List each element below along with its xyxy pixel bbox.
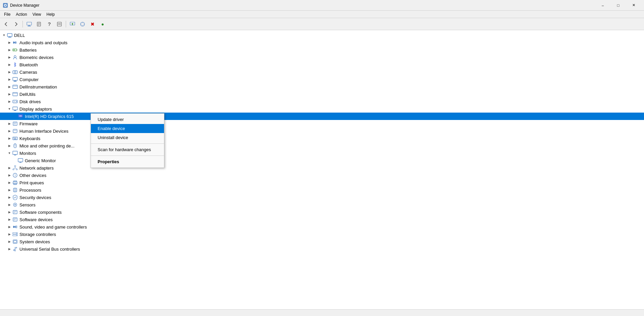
svg-text:HD: HD (19, 115, 22, 117)
svg-rect-78 (13, 210, 17, 214)
expander-network[interactable]: ▶ (7, 165, 12, 171)
expander-sensors[interactable]: ▶ (7, 202, 12, 207)
tree-item-usb[interactable]: ▶ Universal Serial Bus controllers (0, 245, 644, 253)
svg-rect-38 (19, 118, 21, 118)
context-menu-item-updatedriver[interactable]: Update driver (91, 115, 164, 124)
tree-item-processors[interactable]: ▶ Processors (0, 186, 644, 194)
tree-item-printqueues[interactable]: ▶ Print queues (0, 179, 644, 186)
expander-intelgraphics (12, 114, 17, 119)
expander-biometric[interactable]: ▶ (7, 55, 12, 60)
expander-softwaredevices[interactable]: ▶ (7, 217, 12, 222)
menu-help[interactable]: Help (44, 11, 58, 17)
svg-point-33 (16, 101, 17, 102)
expander-cameras[interactable]: ▶ (7, 69, 12, 75)
properties-button[interactable] (55, 19, 64, 29)
show-computer-button[interactable] (24, 19, 34, 29)
help-button[interactable]: ? (45, 19, 54, 29)
tree-item-diskdrives[interactable]: ▶ Disk drives (0, 98, 644, 105)
svg-rect-51 (14, 139, 16, 139)
svg-point-2 (5, 5, 6, 6)
expander-usb[interactable]: ▶ (7, 246, 12, 252)
expander-monitors[interactable]: ▼ (7, 150, 12, 156)
expander-processors[interactable]: ▶ (7, 187, 12, 193)
device-tree[interactable]: ▼ DELL ▶ Audio inputs and outputs ▶ Batt… (0, 30, 644, 309)
tree-item-dellinstrumentation[interactable]: ▶ DellInstrumentation (0, 83, 644, 90)
svg-rect-81 (13, 218, 17, 221)
uninstall-device-button[interactable]: ● (98, 19, 107, 29)
tree-item-softwaredevices[interactable]: ▶ Software devices (0, 216, 644, 223)
icon-biometric (12, 54, 18, 60)
expander-batteries[interactable]: ▶ (7, 47, 12, 53)
maximize-button[interactable]: □ (610, 0, 626, 11)
expander-dell[interactable]: ▼ (1, 33, 7, 38)
menu-action[interactable]: Action (13, 11, 30, 17)
tree-item-sound[interactable]: ▶ Sound, video and game controllers (0, 223, 644, 231)
close-button[interactable]: ✕ (626, 0, 641, 11)
tree-item-storage[interactable]: ▶ Storage controllers (0, 231, 644, 238)
expander-keyboards[interactable]: ▶ (7, 136, 12, 141)
tree-item-biometric[interactable]: ▶ Biometric devices (0, 54, 644, 61)
minimize-button[interactable]: – (595, 0, 610, 11)
context-menu: Update driver Enable device Uninstall de… (91, 113, 164, 168)
update-driver-button[interactable] (68, 19, 77, 29)
show-hidden-button[interactable] (35, 19, 44, 29)
context-menu-item-uninstall[interactable]: Uninstall device (91, 133, 164, 142)
expander-mice[interactable]: ▶ (7, 143, 12, 148)
svg-rect-90 (14, 241, 16, 243)
disable-device-button[interactable]: ✖ (88, 19, 97, 29)
tree-item-bluetooth[interactable]: ▶ ᛒ Bluetooth (0, 61, 644, 68)
forward-button[interactable] (11, 19, 21, 29)
tree-item-security[interactable]: ▶ Security devices (0, 194, 644, 201)
expander-dellutils[interactable]: ▶ (7, 91, 12, 97)
tree-item-sensors[interactable]: ▶ Sensors (0, 201, 644, 208)
expander-sound[interactable]: ▶ (7, 224, 12, 230)
expander-displayadaptors[interactable]: ▼ (7, 106, 12, 112)
tree-item-audio[interactable]: ▶ Audio inputs and outputs (0, 39, 644, 46)
tree-item-softwarecomponents[interactable]: ▶ Software components (0, 208, 644, 216)
expander-otherdevices[interactable]: ▶ (7, 173, 12, 178)
tree-item-systemdevices[interactable]: ▶ System devices (0, 238, 644, 245)
context-menu-item-scan[interactable]: Scan for hardware changes (91, 145, 164, 154)
tree-item-otherdevices[interactable]: ▶ ? Other devices (0, 172, 644, 179)
expander-bluetooth[interactable]: ▶ (7, 62, 12, 67)
expander-systemdevices[interactable]: ▶ (7, 239, 12, 244)
svg-rect-28 (13, 85, 17, 88)
expander-computer[interactable]: ▶ (7, 77, 12, 82)
label-printqueues: Print queues (19, 180, 644, 185)
back-button[interactable] (1, 19, 11, 29)
expander-security[interactable]: ▶ (7, 195, 12, 200)
expander-storage[interactable]: ▶ (7, 232, 12, 237)
expander-hid[interactable]: ▶ (7, 128, 12, 134)
icon-network (12, 165, 18, 171)
context-menu-item-properties[interactable]: Properties (91, 157, 164, 166)
svg-rect-50 (15, 138, 16, 138)
label-dell: DELL (14, 33, 644, 38)
tree-item-batteries[interactable]: ▶ Batteries (0, 46, 644, 54)
icon-monitors (12, 150, 18, 156)
scan-hardware-button[interactable] (78, 19, 87, 29)
svg-point-54 (15, 146, 15, 146)
svg-rect-15 (7, 34, 12, 37)
icon-dellinstrumentation (12, 84, 18, 90)
svg-point-22 (14, 56, 16, 58)
expander-diskdrives[interactable]: ▶ (7, 99, 12, 104)
svg-rect-25 (13, 77, 17, 80)
label-bluetooth: Bluetooth (19, 62, 644, 67)
menu-view[interactable]: View (30, 11, 44, 17)
context-menu-item-enabledevice[interactable]: Enable device (91, 124, 164, 133)
tree-item-displayadaptors[interactable]: ▼ Display adaptors (0, 105, 644, 113)
expander-firmware[interactable]: ▶ (7, 121, 12, 126)
tree-item-cameras[interactable]: ▶ Cameras (0, 68, 644, 76)
app-title: Device Manager (10, 3, 595, 8)
expander-dellinstrumentation[interactable]: ▶ (7, 84, 12, 89)
expander-softwarecomponents[interactable]: ▶ (7, 209, 12, 215)
tree-item-computer[interactable]: ▶ Computer (0, 76, 644, 83)
expander-audio[interactable]: ▶ (7, 40, 12, 45)
expander-printqueues[interactable]: ▶ (7, 180, 12, 185)
tree-item-dellutils[interactable]: ▶ DellUtils (0, 90, 644, 98)
tree-item-dell[interactable]: ▼ DELL (0, 31, 644, 39)
label-usb: Universal Serial Bus controllers (19, 247, 644, 252)
icon-cameras (12, 69, 18, 75)
menu-file[interactable]: File (1, 11, 13, 17)
icon-systemdevices (12, 239, 18, 245)
